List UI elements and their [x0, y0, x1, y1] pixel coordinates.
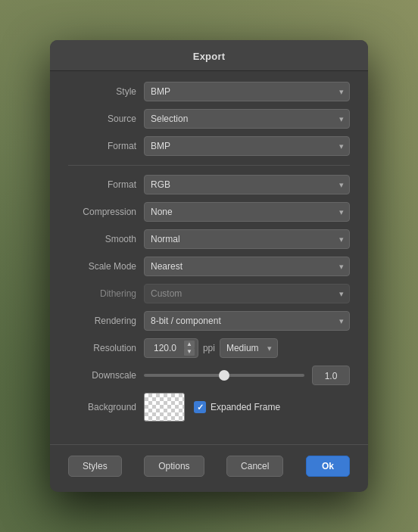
compression-select-wrapper: None LZW JPEG — [144, 202, 350, 222]
options-button[interactable]: Options — [144, 456, 204, 477]
style-select-wrapper: BMP PNG JPEG — [144, 82, 350, 101]
export-dialog: Export Style BMP PNG JPEG Source Selecti… — [50, 40, 368, 492]
spin-down-button[interactable]: ▼ — [184, 348, 195, 356]
scale-mode-select-wrapper: Nearest Bilinear Bicubic — [144, 257, 350, 276]
dialog-title: Export — [193, 51, 225, 62]
source-select-wrapper: Selection Canvas Layer — [144, 109, 350, 129]
source-label: Source — [68, 114, 136, 124]
resolution-input-wrapper: ▲ ▼ — [144, 338, 198, 358]
scale-mode-select[interactable]: Nearest Bilinear Bicubic — [144, 257, 350, 276]
smooth-select-wrapper: Normal None High — [144, 229, 350, 249]
style-label: Style — [68, 86, 136, 97]
divider-1 — [68, 165, 350, 166]
resolution-row: Resolution ▲ ▼ ppi Low Medium High — [68, 338, 350, 358]
smooth-select[interactable]: Normal None High — [144, 229, 350, 249]
source-row: Source Selection Canvas Layer — [68, 109, 350, 129]
quality-select-wrapper: Low Medium High — [220, 338, 278, 358]
styles-button[interactable]: Styles — [68, 456, 122, 477]
format-top-select[interactable]: BMP PNG JPEG — [144, 136, 350, 156]
ppi-label: ppi — [203, 343, 215, 353]
rendering-select-wrapper: 8-bit / component 16-bit / component — [144, 311, 350, 331]
resolution-label: Resolution — [68, 343, 136, 353]
format-top-row: Format BMP PNG JPEG — [68, 136, 350, 156]
spin-up-button[interactable]: ▲ — [184, 341, 195, 348]
smooth-label: Smooth — [68, 234, 136, 244]
smooth-row: Smooth Normal None High — [68, 229, 350, 249]
dialog-footer: Styles Options Cancel Ok — [50, 444, 368, 480]
rendering-row: Rendering 8-bit / component 16-bit / com… — [68, 311, 350, 331]
format-bottom-label: Format — [68, 179, 136, 190]
dithering-select-wrapper: Custom None Ordered — [144, 284, 350, 303]
format-bottom-row: Format RGB RGBA Grayscale — [68, 175, 350, 194]
background-checkerboard[interactable] — [144, 393, 185, 422]
background-row: Background Expanded Frame — [68, 393, 350, 422]
compression-select[interactable]: None LZW JPEG — [144, 202, 350, 222]
quality-select[interactable]: Low Medium High — [220, 338, 278, 358]
rendering-select[interactable]: 8-bit / component 16-bit / component — [144, 311, 350, 331]
compression-label: Compression — [68, 207, 136, 217]
downscale-row: Downscale 1.0 — [68, 366, 350, 385]
dithering-select[interactable]: Custom None Ordered — [144, 284, 350, 303]
format-top-select-wrapper: BMP PNG JPEG — [144, 136, 350, 156]
dithering-label: Dithering — [68, 288, 136, 299]
cancel-button[interactable]: Cancel — [226, 456, 283, 477]
scale-mode-label: Scale Mode — [68, 261, 136, 272]
title-bar: Export — [50, 40, 368, 71]
ok-button[interactable]: Ok — [306, 456, 350, 477]
dithering-row: Dithering Custom None Ordered — [68, 284, 350, 303]
style-row: Style BMP PNG JPEG — [68, 82, 350, 101]
resolution-input[interactable] — [148, 343, 182, 353]
format-bottom-select[interactable]: RGB RGBA Grayscale — [144, 175, 350, 194]
expanded-frame-checkbox[interactable] — [194, 401, 206, 413]
scale-mode-row: Scale Mode Nearest Bilinear Bicubic — [68, 257, 350, 276]
compression-row: Compression None LZW JPEG — [68, 202, 350, 222]
expanded-frame-label: Expanded Frame — [211, 402, 280, 412]
slider-wrapper: 1.0 — [144, 366, 350, 385]
spin-buttons: ▲ ▼ — [184, 341, 195, 356]
format-bottom-select-wrapper: RGB RGBA Grayscale — [144, 175, 350, 194]
rendering-label: Rendering — [68, 316, 136, 326]
source-select[interactable]: Selection Canvas Layer — [144, 109, 350, 129]
format-top-label: Format — [68, 141, 136, 151]
downscale-slider[interactable] — [144, 374, 304, 377]
background-label: Background — [68, 402, 136, 412]
downscale-label: Downscale — [68, 370, 136, 381]
style-select[interactable]: BMP PNG JPEG — [144, 82, 350, 101]
expanded-frame-wrapper: Expanded Frame — [194, 401, 280, 413]
downscale-value: 1.0 — [312, 366, 350, 385]
dialog-body: Style BMP PNG JPEG Source Selection Canv… — [50, 71, 368, 437]
